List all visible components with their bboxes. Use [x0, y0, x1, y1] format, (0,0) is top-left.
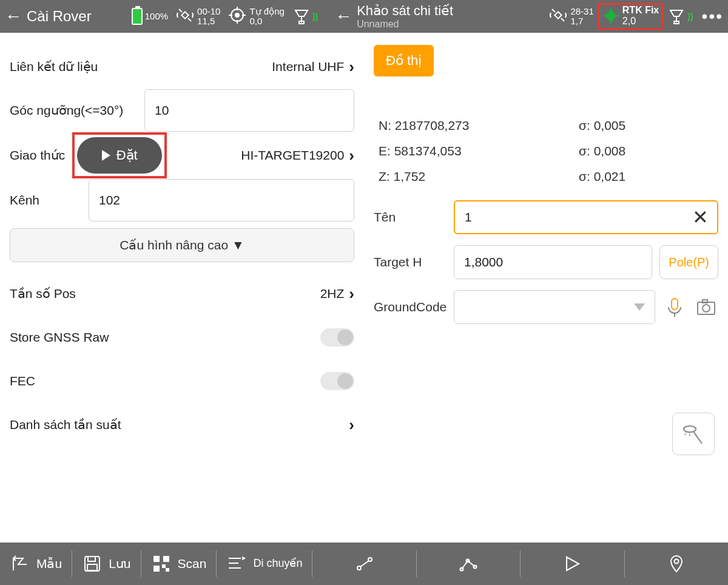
- chevron-right-icon: ›: [349, 285, 354, 303]
- sat-value-left: 11,5: [197, 16, 220, 27]
- move-button[interactable]: Di chuyển: [217, 543, 312, 585]
- protocol-row: Giao thức Đặt HI-TARGET19200›: [10, 132, 354, 178]
- chevron-right-icon: ›: [349, 416, 354, 435]
- survey-panel: Đồ thị N: 2187708,273 σ: 0,005 E: 581374…: [364, 33, 728, 543]
- antenna-status-left[interactable]: )): [292, 5, 318, 27]
- posfreq-value: 2HZ: [320, 286, 345, 301]
- set-button[interactable]: Đặt: [77, 137, 162, 174]
- target-h-row: Target H Pole(P): [374, 245, 718, 279]
- sat-range-right: 28-31: [570, 7, 593, 17]
- set-button-label: Đặt: [116, 147, 138, 163]
- datalink-row[interactable]: Liên kết dữ liệu Internal UHF›: [10, 45, 354, 89]
- coordinates-block: N: 2187708,273 σ: 0,005 E: 581374,053 σ:…: [374, 113, 718, 189]
- sigma-z-value: 0,021: [594, 169, 626, 183]
- crosshair-icon: [228, 5, 247, 27]
- posfreq-label: Tần số Pos: [10, 286, 76, 301]
- name-input[interactable]: [454, 200, 718, 234]
- svg-rect-16: [672, 299, 678, 309]
- satellite-icon: [548, 5, 568, 27]
- angle-label: Góc ngưỡng(<=30°): [10, 103, 137, 118]
- svg-line-12: [552, 9, 555, 12]
- location-pin-button[interactable]: [625, 543, 728, 585]
- scan-button[interactable]: Scan: [141, 543, 217, 585]
- set-button-highlight: Đặt: [72, 132, 167, 178]
- pole-button[interactable]: Pole(P): [659, 245, 718, 279]
- target-h-input[interactable]: [454, 245, 652, 279]
- groundcode-row: GroundCode: [374, 290, 718, 324]
- back-icon[interactable]: ←: [5, 7, 22, 26]
- svg-point-19: [703, 305, 710, 312]
- svg-point-4: [235, 13, 239, 17]
- rtk-fix-highlight: RTK Fix2,0: [598, 3, 663, 30]
- sigma-label: σ:: [579, 118, 590, 132]
- svg-rect-28: [154, 556, 159, 561]
- play-button[interactable]: [521, 543, 624, 585]
- top-bar: ← Cài Rover 100% 00-1011,5 Tự động0,0 ))…: [0, 0, 728, 33]
- svg-line-1: [179, 9, 182, 12]
- fec-toggle[interactable]: [320, 372, 354, 390]
- rtk-target-icon: [602, 7, 620, 25]
- chart-button[interactable]: Đồ thị: [374, 45, 434, 76]
- datalink-label: Liên kết dữ liệu: [10, 59, 98, 74]
- save-label: Lưu: [109, 556, 130, 571]
- protocol-label: Giao thức: [10, 148, 65, 163]
- satellite-icon: [175, 5, 195, 27]
- svg-line-38: [360, 561, 369, 567]
- polyline-button[interactable]: [417, 543, 520, 585]
- play-icon: [102, 150, 110, 161]
- microphone-icon[interactable]: [662, 295, 687, 319]
- svg-line-23: [685, 431, 686, 435]
- east-label: E:: [379, 144, 391, 158]
- posfreq-row[interactable]: Tần số Pos 2HZ›: [10, 272, 354, 316]
- measure-float-button[interactable]: [672, 413, 715, 455]
- template-button[interactable]: Mẫu: [0, 543, 72, 585]
- template-label: Mẫu: [36, 556, 62, 571]
- battery-percent: 100%: [145, 12, 168, 22]
- sigma-e-value: 0,008: [594, 144, 626, 158]
- back-icon-right[interactable]: ←: [335, 7, 352, 26]
- svg-rect-11: [555, 12, 562, 18]
- camera-icon[interactable]: [694, 295, 718, 319]
- battery-icon: [132, 8, 143, 25]
- gnss-raw-row: Store GNSS Raw: [10, 316, 354, 359]
- svg-marker-42: [567, 557, 579, 570]
- channel-input[interactable]: [89, 179, 354, 221]
- mode-label: Tự động: [249, 7, 284, 17]
- gnss-raw-label: Store GNSS Raw: [10, 330, 109, 345]
- svg-rect-0: [181, 12, 188, 18]
- svg-rect-30: [154, 566, 159, 571]
- save-button[interactable]: Lưu: [72, 543, 140, 585]
- freqlist-row[interactable]: Danh sách tần suất ›: [10, 403, 354, 447]
- svg-rect-26: [88, 556, 95, 561]
- angle-input[interactable]: [144, 89, 354, 132]
- satellite-status-right: 28-311,7: [548, 5, 593, 27]
- battery-status: 100%: [132, 8, 168, 25]
- sigma-label: σ:: [579, 144, 590, 158]
- project-name: Unnamed: [357, 19, 453, 30]
- angle-row: Góc ngưỡng(<=30°): [10, 89, 354, 132]
- pole-button-label: Pole(P): [669, 255, 709, 269]
- groundcode-select[interactable]: [454, 290, 655, 324]
- more-menu-icon[interactable]: •••: [702, 7, 723, 26]
- clear-icon[interactable]: ✕: [692, 206, 709, 229]
- svg-point-43: [674, 560, 678, 564]
- svg-rect-32: [166, 569, 169, 571]
- scan-label: Scan: [178, 556, 207, 571]
- sigma-label: σ:: [579, 169, 590, 183]
- svg-line-13: [561, 18, 564, 21]
- fec-row: FEC: [10, 359, 354, 403]
- rover-settings-panel: Liên kết dữ liệu Internal UHF› Góc ngưỡn…: [0, 33, 364, 543]
- point-line-button[interactable]: [312, 543, 416, 585]
- rtk-label: RTK Fix: [622, 5, 659, 16]
- signal-icon: )): [312, 12, 318, 21]
- satellite-status-left: 00-1011,5: [175, 5, 220, 27]
- antenna-status-right[interactable]: )): [667, 5, 693, 27]
- z-value: 1,752: [394, 169, 426, 183]
- svg-rect-27: [87, 564, 97, 570]
- rtk-value: 2,0: [622, 16, 659, 27]
- advanced-config-button[interactable]: Cấu hình nâng cao ▼: [10, 228, 354, 262]
- east-value: 581374,053: [394, 144, 462, 158]
- gnss-raw-toggle[interactable]: [320, 328, 354, 347]
- page-title-left: Cài Rover: [27, 8, 92, 25]
- fec-label: FEC: [10, 374, 35, 388]
